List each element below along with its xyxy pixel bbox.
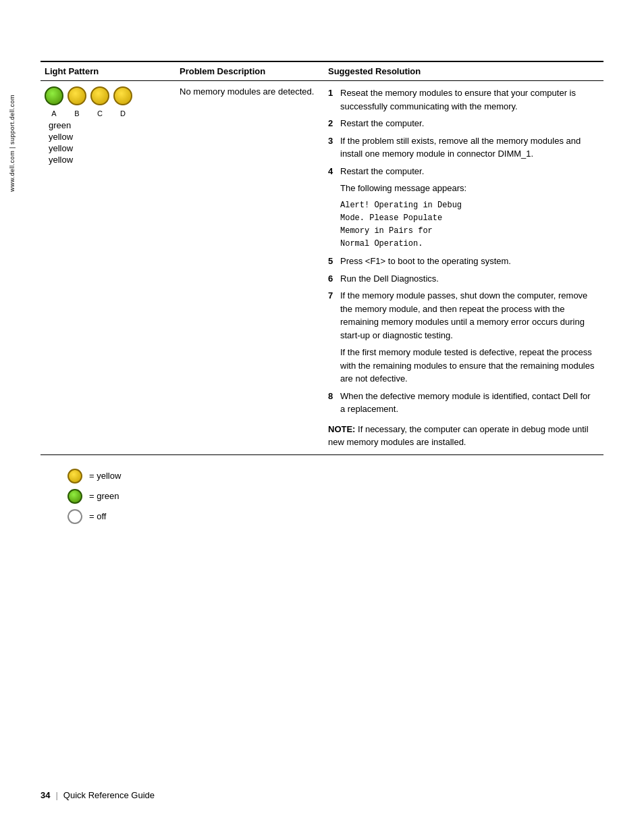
legend-label-off: = off [89,511,106,521]
note-text: If necessary, the computer can operate i… [328,424,589,448]
legend-circle-green [68,489,82,504]
label-D: D [113,109,132,118]
resolution-step-7: 7 If the memory module passes, shut down… [328,289,597,342]
step-num-2: 2 [328,117,338,130]
legend-item-green: = green [68,489,603,504]
legend-label-green: = green [89,491,119,501]
step-text-6: Run the Dell Diagnostics. [340,272,439,286]
resolution-step-3: 3 If the problem still exists, remove al… [328,134,597,161]
header-problem-description: Problem Description [176,61,324,81]
label-C: C [90,109,109,118]
step-text-7: If the memory module passes, shut down t… [340,289,597,342]
step-num-3: 3 [328,134,338,161]
problem-text: No memory modules are detected. [180,86,314,97]
legend-item-yellow: = yellow [68,469,603,484]
resolution-step-8: 8 When the defective memory module is id… [328,390,597,416]
label-B: B [68,109,86,118]
table-row: A B C D green yellow yellow yellow [41,81,603,455]
lights-row [45,86,132,105]
footer-divider: | [55,790,57,800]
note-block: NOTE: If necessary, the computer can ope… [328,423,597,449]
lights-labels: A B C D [45,109,132,118]
light-pattern-container: A B C D green yellow yellow yellow [45,86,169,165]
step-text-5: Press <F1> to boot to the operating syst… [340,255,511,268]
step-num-7: 7 [328,289,338,342]
resolution-step-4: 4 Restart the computer. [328,165,597,178]
light-C [90,86,109,105]
step-text-4: Restart the computer. [340,165,424,178]
step-num-4: 4 [328,165,338,178]
light-D [113,86,132,105]
side-text: www.dell.com | support.dell.com [8,95,17,192]
resolution-cell: 1 Reseat the memory modules to ensure th… [324,81,603,455]
light-A [45,86,63,105]
resolution-step-2: 2 Restart the computer. [328,117,597,130]
step-num-6: 6 [328,272,338,286]
legend-item-off: = off [68,509,603,524]
resolution-step-1: 1 Reseat the memory modules to ensure th… [328,86,597,113]
legend: = yellow = green = off [41,469,603,524]
legend-circle-off [68,509,82,524]
header-light-pattern: Light Pattern [41,61,176,81]
footer: 34 | Quick Reference Guide [41,790,155,800]
resolution-step-5: 5 Press <F1> to boot to the operating sy… [328,255,597,268]
light-B [68,86,86,105]
light-pattern-cell: A B C D green yellow yellow yellow [41,81,176,455]
header-suggested-resolution: Suggested Resolution [324,61,603,81]
color-labels: green yellow yellow yellow [49,120,73,165]
resolution-sub-4: The following message appears: [340,182,597,195]
color-label-4: yellow [49,155,73,165]
step-text-2: Restart the computer. [340,117,424,130]
step-text-1: Reseat the memory modules to ensure that… [340,86,597,113]
step-text-3: If the problem still exists, remove all … [340,134,597,161]
resolution-content: 1 Reseat the memory modules to ensure th… [328,86,597,449]
legend-label-yellow: = yellow [89,471,121,481]
footer-title: Quick Reference Guide [63,790,155,800]
step-num-1: 1 [328,86,338,113]
problem-description-cell: No memory modules are detected. [176,81,324,455]
step-text-8: When the defective memory module is iden… [340,390,597,416]
step-num-5: 5 [328,255,338,268]
color-label-2: yellow [49,132,73,142]
step-num-8: 8 [328,390,338,416]
note-label: NOTE: [328,424,355,434]
resolution-sub-7: If the first memory module tested is def… [340,346,597,386]
page-wrapper: www.dell.com | support.dell.com Light Pa… [0,0,644,834]
color-label-1: green [49,120,73,130]
main-table: Light Pattern Problem Description Sugges… [41,61,603,455]
resolution-step-6: 6 Run the Dell Diagnostics. [328,272,597,286]
page-number: 34 [41,790,50,800]
color-label-3: yellow [49,143,73,153]
legend-circle-yellow [68,469,82,484]
label-A: A [45,109,63,118]
code-block: Alert! Operating in Debug Mode. Please P… [340,199,597,251]
